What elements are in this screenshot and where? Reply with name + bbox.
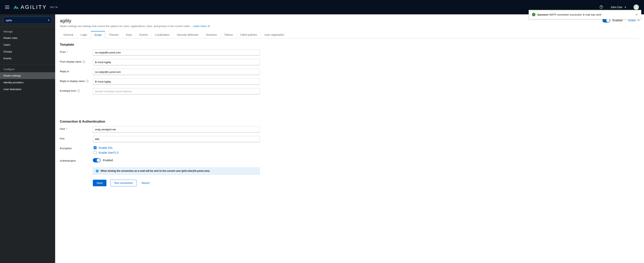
sidebar-item-realm-roles[interactable]: Realm roles [0,34,55,41]
tabs: General Login Email Themes Keys Events L… [60,31,639,38]
brand: AGILITY BETA [12,4,58,10]
svg-point-3 [601,8,601,8]
tab-email[interactable]: Email [91,31,105,38]
test-connection-button[interactable]: Test connection [110,180,136,186]
label-from-display: From display name? [60,59,93,63]
sidebar-item-realm-settings[interactable]: Realm settings [0,72,55,79]
help-icon[interactable] [599,5,603,10]
sidebar-item-events[interactable]: Events [0,55,55,62]
checkbox-enable-ssl-input[interactable] [94,146,96,149]
toast-success: ✓ Success! SMTP connection successful. E… [529,10,641,19]
tab-general[interactable]: General [60,31,77,38]
svg-point-4 [636,6,637,7]
close-icon[interactable]: ✕ [636,13,638,16]
label-host: Host* [60,126,93,130]
tab-themes[interactable]: Themes [105,31,122,38]
toast-title: Success! [538,13,548,16]
input-from-display[interactable] [93,59,260,65]
checkbox-enable-starttls-input[interactable] [94,151,96,154]
sidebar-item-users[interactable]: Users [0,41,55,48]
action-menu[interactable]: Action [628,19,639,22]
realm-selector: agility [0,14,55,26]
revert-button[interactable]: Revert [140,180,151,186]
checkbox-enable-ssl[interactable]: Enable SSL [93,146,260,150]
sidebar-item-identity-providers[interactable]: Identity providers [0,79,55,86]
section-title-template: Template [60,43,639,46]
tab-security-defenses[interactable]: Security defenses [173,31,202,38]
sidebar: agility Manage Realm roles Users Groups … [0,14,55,263]
nav-section-configure: Configure [0,66,55,72]
page-title: agility [60,18,210,24]
tab-login[interactable]: Login [77,31,91,38]
help-icon[interactable]: ? [82,60,85,63]
label-from: From* [60,49,93,54]
help-icon[interactable]: ? [86,80,88,82]
main-content: agility Realm settings are settings that… [55,14,644,263]
label-port: Port [60,136,93,140]
info-icon: i [96,170,99,172]
input-port[interactable] [93,136,260,142]
hamburger-icon[interactable] [5,6,9,9]
auth-toggle[interactable] [93,158,100,162]
nav-section-manage: Manage [0,28,55,34]
info-box: i When testing the connection an e-mail … [93,168,260,174]
user-menu[interactable]: John Doe [610,6,626,9]
learn-more-link[interactable]: Learn more [193,25,210,28]
tab-client-policies[interactable]: Client policies [236,31,261,38]
brand-beta: BETA [50,6,58,8]
username: John Doe [610,6,622,9]
input-envelope-from[interactable] [93,88,260,94]
realm-select[interactable]: agility [3,17,52,24]
chevron-down-icon [624,7,626,8]
checkbox-enable-starttls[interactable]: Enable StartTLS [93,150,260,154]
label-envelope-from: Envelope from? [60,88,93,92]
realm-select-value: agility [6,19,12,22]
brand-logo-icon [12,5,19,10]
tab-tokens[interactable]: Tokens [220,31,236,38]
sidebar-item-groups[interactable]: Groups [0,48,55,55]
label-reply-to: Reply to [60,69,93,73]
brand-name: AGILITY [20,4,47,10]
toast-message: SMTP connection successful. E-mail was s… [549,13,602,16]
chevron-down-icon [638,20,639,21]
tab-keys[interactable]: Keys [122,31,136,38]
realm-enabled-label: Enabled [612,19,622,22]
save-button[interactable]: Save [93,180,106,186]
tab-user-registration[interactable]: User registration [261,31,288,38]
label-encryption: Encryption [60,146,93,150]
input-reply-to-display[interactable] [93,78,260,85]
sidebar-item-user-federation[interactable]: User federation [0,86,55,93]
auth-toggle-label: Enabled [103,159,113,162]
info-text: When testing the connection an e-mail wi… [100,170,210,172]
tab-events[interactable]: Events [136,31,152,38]
help-icon[interactable]: ? [77,90,80,92]
chevron-down-icon [48,20,50,21]
label-reply-to-display: Reply to display name? [60,78,93,82]
input-from[interactable] [93,49,260,56]
label-authentication: Authentication [60,158,93,162]
tab-sessions[interactable]: Sessions [202,31,220,38]
input-reply-to[interactable] [93,69,260,75]
section-title-connection: Connection & Authentication [60,120,639,124]
tab-localization[interactable]: Localization [152,31,173,38]
input-host[interactable] [93,126,260,132]
page-description: Realm settings are settings that control… [60,25,210,28]
check-icon: ✓ [532,13,536,16]
avatar[interactable] [634,4,639,10]
